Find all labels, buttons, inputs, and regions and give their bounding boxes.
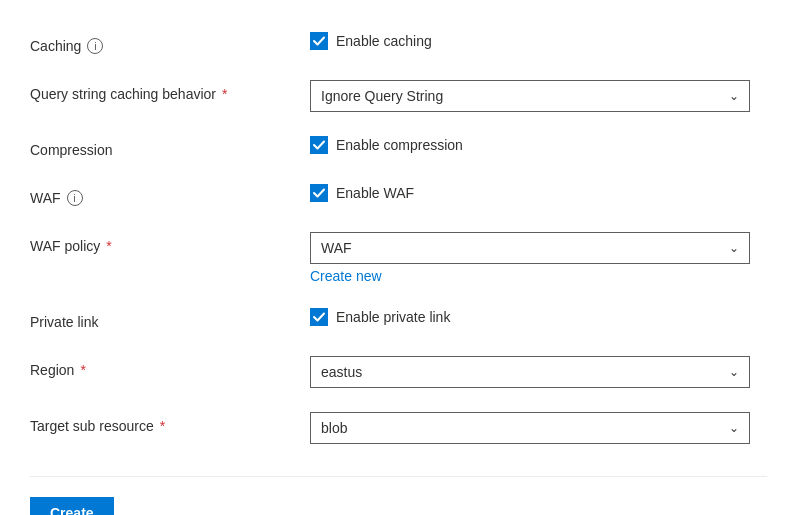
enable-caching-label: Enable caching	[336, 33, 432, 49]
private-link-label-text: Private link	[30, 314, 98, 330]
query-string-required: *	[222, 86, 227, 102]
target-sub-resource-row: Target sub resource * blob ⌄	[30, 400, 767, 456]
private-link-row: Private link Enable private link	[30, 296, 767, 344]
region-control: eastus ⌄	[310, 356, 767, 388]
waf-policy-dropdown[interactable]: WAF ⌄	[310, 232, 750, 264]
region-row: Region * eastus ⌄	[30, 344, 767, 400]
checkmark-icon	[313, 35, 325, 47]
query-string-selected: Ignore Query String	[321, 88, 443, 104]
target-sub-resource-dropdown[interactable]: blob ⌄	[310, 412, 750, 444]
form-container: Caching i Enable caching Query string ca…	[30, 20, 767, 515]
region-label: Region *	[30, 356, 310, 378]
enable-compression-label: Enable compression	[336, 137, 463, 153]
target-sub-resource-selected: blob	[321, 420, 347, 436]
private-link-checkbox-box	[310, 308, 328, 326]
enable-compression-checkbox[interactable]: Enable compression	[310, 136, 463, 154]
caching-checkbox-box	[310, 32, 328, 50]
region-label-text: Region	[30, 362, 74, 378]
private-link-label: Private link	[30, 308, 310, 330]
enable-private-link-label: Enable private link	[336, 309, 450, 325]
enable-private-link-checkbox[interactable]: Enable private link	[310, 308, 450, 326]
waf-policy-label: WAF policy *	[30, 232, 310, 254]
waf-label: WAF i	[30, 184, 310, 206]
caching-info-icon[interactable]: i	[87, 38, 103, 54]
compression-label: Compression	[30, 136, 310, 158]
compression-control: Enable compression	[310, 136, 767, 154]
waf-policy-row: WAF policy * WAF ⌄ Create new	[30, 220, 767, 296]
target-sub-resource-label: Target sub resource *	[30, 412, 310, 434]
compression-row: Compression Enable compression	[30, 124, 767, 172]
target-sub-resource-required: *	[160, 418, 165, 434]
waf-info-icon[interactable]: i	[67, 190, 83, 206]
target-sub-resource-label-text: Target sub resource	[30, 418, 154, 434]
waf-control: Enable WAF	[310, 184, 767, 202]
compression-checkmark-icon	[313, 139, 325, 151]
waf-policy-label-text: WAF policy	[30, 238, 100, 254]
target-sub-resource-chevron-icon: ⌄	[729, 421, 739, 435]
waf-policy-selected: WAF	[321, 240, 352, 256]
private-link-checkmark-icon	[313, 311, 325, 323]
region-dropdown[interactable]: eastus ⌄	[310, 356, 750, 388]
waf-policy-chevron-icon: ⌄	[729, 241, 739, 255]
footer-divider	[30, 476, 767, 477]
waf-policy-required: *	[106, 238, 111, 254]
waf-policy-control: WAF ⌄ Create new	[310, 232, 767, 284]
caching-label-text: Caching	[30, 38, 81, 54]
enable-waf-label: Enable WAF	[336, 185, 414, 201]
target-sub-resource-control: blob ⌄	[310, 412, 767, 444]
footer-actions: Create	[30, 497, 767, 515]
query-string-dropdown[interactable]: Ignore Query String ⌄	[310, 80, 750, 112]
private-link-control: Enable private link	[310, 308, 767, 326]
query-string-label: Query string caching behavior *	[30, 80, 310, 102]
enable-waf-checkbox[interactable]: Enable WAF	[310, 184, 414, 202]
compression-label-text: Compression	[30, 142, 112, 158]
query-string-row: Query string caching behavior * Ignore Q…	[30, 68, 767, 124]
caching-label: Caching i	[30, 32, 310, 54]
create-button[interactable]: Create	[30, 497, 114, 515]
waf-label-text: WAF	[30, 190, 61, 206]
caching-row: Caching i Enable caching	[30, 20, 767, 68]
waf-row: WAF i Enable WAF	[30, 172, 767, 220]
region-required: *	[80, 362, 85, 378]
compression-checkbox-box	[310, 136, 328, 154]
query-string-control: Ignore Query String ⌄	[310, 80, 767, 112]
create-new-link[interactable]: Create new	[310, 268, 767, 284]
region-selected: eastus	[321, 364, 362, 380]
region-chevron-icon: ⌄	[729, 365, 739, 379]
waf-checkbox-box	[310, 184, 328, 202]
waf-checkmark-icon	[313, 187, 325, 199]
caching-control: Enable caching	[310, 32, 767, 50]
chevron-down-icon: ⌄	[729, 89, 739, 103]
query-string-label-text: Query string caching behavior	[30, 86, 216, 102]
enable-caching-checkbox[interactable]: Enable caching	[310, 32, 432, 50]
